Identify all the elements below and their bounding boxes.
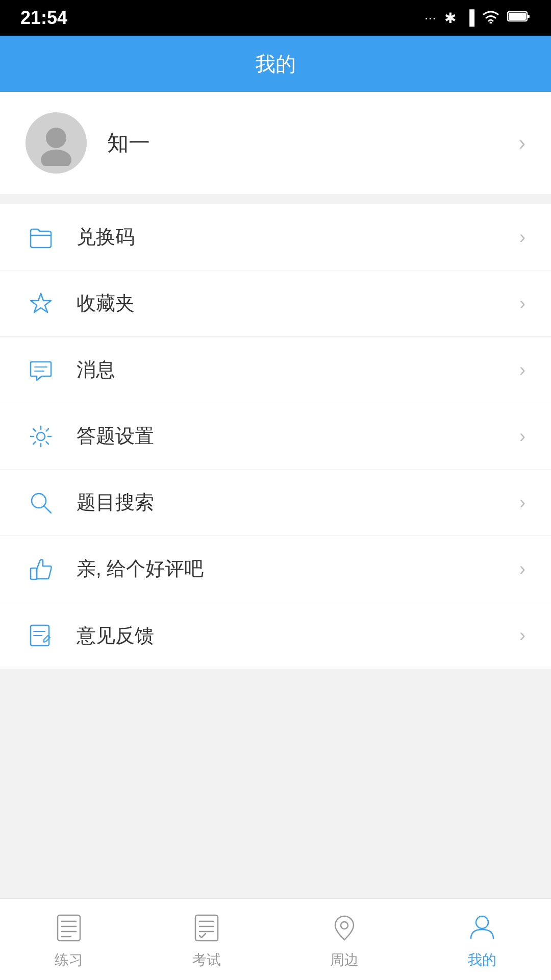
nav-item-mine[interactable]: 我的 bbox=[431, 910, 533, 970]
menu-left-review: 亲, 给个好评吧 bbox=[26, 554, 204, 584]
dots-icon: ··· bbox=[424, 10, 436, 26]
wifi-icon bbox=[483, 9, 499, 27]
menu-label-settings: 答题设置 bbox=[77, 423, 154, 449]
thumbup-icon bbox=[26, 554, 56, 584]
menu-label-messages: 消息 bbox=[77, 357, 115, 383]
message-icon bbox=[26, 355, 56, 385]
gear-icon bbox=[26, 421, 56, 452]
menu-left-messages: 消息 bbox=[26, 355, 115, 385]
menu-left-favorites: 收藏夹 bbox=[26, 288, 135, 319]
menu-label-feedback: 意见反馈 bbox=[77, 623, 154, 649]
menu-item-settings[interactable]: 答题设置 › bbox=[0, 403, 551, 470]
chevron-feedback: › bbox=[519, 625, 525, 646]
svg-point-0 bbox=[490, 21, 492, 23]
profile-section[interactable]: 知一 › bbox=[0, 92, 551, 194]
app-header: 我的 bbox=[0, 36, 551, 92]
menu-left-search: 题目搜索 bbox=[26, 487, 154, 518]
avatar bbox=[26, 112, 87, 174]
folder-icon bbox=[26, 222, 56, 253]
search-icon bbox=[26, 487, 56, 518]
svg-point-10 bbox=[37, 432, 45, 440]
status-bar: 21:54 ··· ✱ ▐ bbox=[0, 0, 551, 36]
chevron-review: › bbox=[519, 558, 525, 580]
battery-icon bbox=[507, 10, 531, 26]
profile-chevron: › bbox=[519, 132, 525, 155]
chevron-redeem: › bbox=[519, 227, 525, 248]
star-icon bbox=[26, 288, 56, 319]
svg-rect-13 bbox=[31, 568, 37, 579]
menu-label-favorites: 收藏夹 bbox=[77, 290, 135, 316]
menu-left-settings: 答题设置 bbox=[26, 421, 154, 452]
menu-section: 兑换码 › 收藏夹 › bbox=[0, 204, 551, 669]
status-icons: ··· ✱ ▐ bbox=[424, 9, 531, 27]
chevron-settings: › bbox=[519, 426, 525, 447]
menu-label-redeem: 兑换码 bbox=[77, 224, 135, 250]
nav-label-nearby: 周边 bbox=[330, 950, 359, 970]
menu-item-messages[interactable]: 消息 › bbox=[0, 337, 551, 403]
svg-rect-3 bbox=[509, 13, 526, 20]
person-icon bbox=[464, 910, 500, 945]
menu-item-review[interactable]: 亲, 给个好评吧 › bbox=[0, 536, 551, 602]
menu-left-feedback: 意见反馈 bbox=[26, 620, 154, 651]
nav-item-nearby[interactable]: 周边 bbox=[293, 910, 395, 970]
menu-label-search: 题目搜索 bbox=[77, 489, 154, 516]
chevron-messages: › bbox=[519, 359, 525, 381]
chevron-favorites: › bbox=[519, 293, 525, 314]
main-content: 知一 › 兑换码 › bbox=[0, 92, 551, 898]
svg-rect-22 bbox=[195, 915, 218, 941]
nav-item-exam[interactable]: 考试 bbox=[156, 910, 258, 970]
menu-item-favorites[interactable]: 收藏夹 › bbox=[0, 271, 551, 337]
bottom-nav: 练习 考试 周边 bbox=[0, 898, 551, 980]
svg-marker-7 bbox=[31, 293, 51, 312]
nav-label-exam: 考试 bbox=[192, 950, 221, 970]
edit-icon bbox=[26, 620, 56, 651]
svg-point-4 bbox=[46, 128, 66, 148]
menu-item-feedback[interactable]: 意见反馈 › bbox=[0, 602, 551, 669]
menu-left-redeem: 兑换码 bbox=[26, 222, 135, 253]
bluetooth-icon: ✱ bbox=[444, 10, 456, 27]
practice-icon bbox=[51, 910, 87, 945]
signal-icon: ▐ bbox=[464, 10, 474, 26]
username: 知一 bbox=[107, 129, 150, 157]
menu-item-search[interactable]: 题目搜索 › bbox=[0, 470, 551, 536]
menu-item-redeem[interactable]: 兑换码 › bbox=[0, 204, 551, 271]
nav-label-practice: 练习 bbox=[55, 950, 83, 970]
chevron-search: › bbox=[519, 492, 525, 513]
profile-left: 知一 bbox=[26, 112, 150, 174]
exam-icon bbox=[189, 910, 224, 945]
location-icon bbox=[327, 910, 362, 945]
svg-point-26 bbox=[341, 922, 348, 929]
svg-line-12 bbox=[44, 506, 51, 513]
nav-item-practice[interactable]: 练习 bbox=[18, 910, 120, 970]
nav-label-mine: 我的 bbox=[468, 950, 496, 970]
svg-rect-2 bbox=[527, 15, 530, 18]
status-time: 21:54 bbox=[20, 7, 67, 29]
menu-label-review: 亲, 给个好评吧 bbox=[77, 556, 204, 582]
svg-point-27 bbox=[476, 916, 488, 928]
page-title: 我的 bbox=[255, 50, 296, 78]
svg-point-5 bbox=[41, 150, 71, 166]
